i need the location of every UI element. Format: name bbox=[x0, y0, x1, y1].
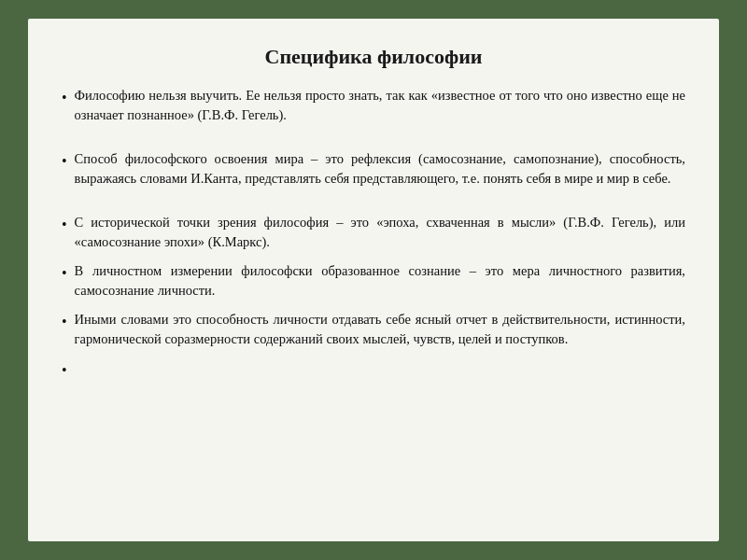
list-item: • Иными словами это способность личности… bbox=[62, 310, 685, 349]
slide-container: Специфика философии • Философию нельзя в… bbox=[28, 19, 719, 541]
bullet-icon: • bbox=[62, 150, 67, 172]
item-text: В личностном измерении философски образо… bbox=[75, 261, 685, 301]
bullet-icon: • bbox=[62, 87, 67, 108]
list-item: • Способ философского освоения мира – эт… bbox=[62, 149, 685, 189]
bullet-icon: • bbox=[62, 214, 67, 235]
list-item: • В личностном измерении философски обра… bbox=[62, 261, 685, 301]
list-item: • С исторической точки зрения философия … bbox=[62, 213, 685, 252]
item-text: С исторической точки зрения философия – … bbox=[75, 213, 685, 252]
bullet-icon: • bbox=[62, 311, 67, 332]
spacer bbox=[62, 198, 685, 203]
item-text: Способ философского освоения мира – это … bbox=[75, 149, 685, 189]
slide-title: Специфика философии bbox=[62, 45, 685, 69]
list-item: • bbox=[62, 358, 685, 381]
item-text: Иными словами это способность личности о… bbox=[75, 310, 685, 349]
bullet-icon: • bbox=[62, 359, 67, 381]
list-item: • Философию нельзя выучить. Ее нельзя пр… bbox=[62, 86, 685, 125]
bullet-icon: • bbox=[62, 262, 67, 284]
item-text: Философию нельзя выучить. Ее нельзя прос… bbox=[75, 86, 685, 125]
spacer bbox=[62, 134, 685, 140]
content-list: • Философию нельзя выучить. Ее нельзя пр… bbox=[62, 86, 685, 381]
